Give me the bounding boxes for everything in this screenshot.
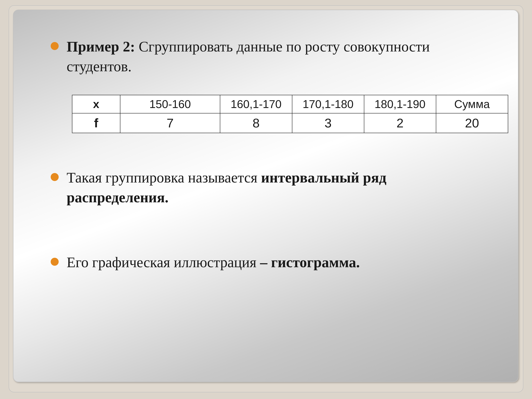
bullet-3: Его графическая иллюстрация – гистограмм… — [51, 253, 481, 272]
cell-f-1: 7 — [120, 113, 220, 133]
bullet-2-text: Такая группировка называется интервальны… — [67, 168, 481, 207]
bullet-1: Пример 2: Сгруппировать данные по росту … — [51, 37, 481, 76]
cell-x-sum: Сумма — [436, 95, 508, 113]
spacer — [51, 226, 481, 253]
cell-x-4: 180,1-190 — [364, 95, 436, 113]
cell-x-head: x — [72, 95, 120, 113]
cell-f-2: 8 — [220, 113, 292, 133]
bullet-2-pre: Такая группировка называется — [67, 170, 261, 186]
slide: Пример 2: Сгруппировать данные по росту … — [13, 10, 519, 382]
cell-x-1: 150-160 — [120, 95, 220, 113]
cell-x-3: 170,1-180 — [292, 95, 364, 113]
slide-shadow-frame: Пример 2: Сгруппировать данные по росту … — [9, 5, 523, 392]
cell-f-sum: 20 — [436, 113, 508, 133]
cell-f-head: f — [72, 113, 120, 133]
bullet-2: Такая группировка называется интервальны… — [51, 168, 481, 207]
cell-f-3: 3 — [292, 113, 364, 133]
table-row-x: x 150-160 160,1-170 170,1-180 180,1-190 … — [72, 95, 508, 113]
cell-f-4: 2 — [364, 113, 436, 133]
cell-x-2: 160,1-170 — [220, 95, 292, 113]
bullet-3-text: Его графическая иллюстрация – гистограмм… — [67, 253, 481, 272]
bullet-3-pre: Его графическая иллюстрация — [67, 254, 260, 270]
data-table-wrap: x 150-160 160,1-170 170,1-180 180,1-190 … — [72, 95, 481, 133]
table-row-f: f 7 8 3 2 20 — [72, 113, 508, 133]
data-table: x 150-160 160,1-170 170,1-180 180,1-190 … — [72, 95, 508, 133]
bullet-1-strong: Пример 2: — [67, 38, 135, 55]
bullet-1-text: Пример 2: Сгруппировать данные по росту … — [67, 37, 481, 76]
bullet-3-strong: – гистограмма. — [260, 254, 360, 270]
